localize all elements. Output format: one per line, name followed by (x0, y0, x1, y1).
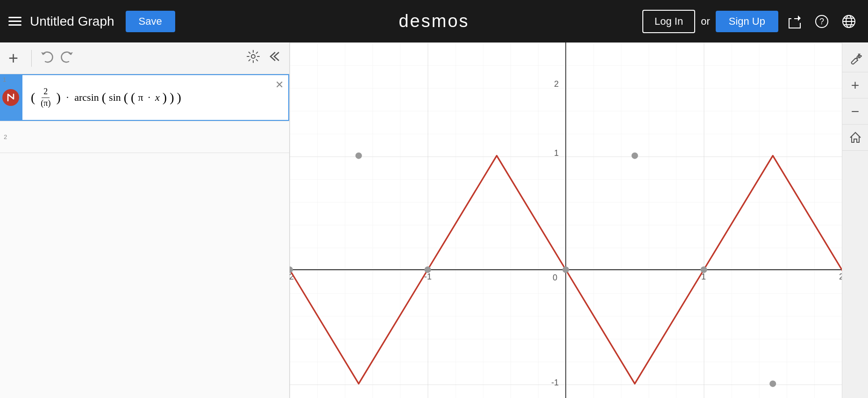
svg-point-8 (5, 91, 17, 104)
graph-svg: 1 2 -1 -2 1 2 -1 0 (290, 42, 842, 398)
svg-point-7 (251, 55, 255, 58)
save-button[interactable]: Save (126, 11, 175, 32)
or-label: or (701, 15, 710, 28)
redo-button[interactable] (59, 50, 74, 66)
svg-text:-1: -1 (551, 378, 559, 387)
login-button[interactable]: Log In (642, 10, 695, 33)
expression-item-1: 1 ( 2 (π) (0, 74, 289, 121)
graph-point (769, 380, 776, 387)
desmos-logo: desmos (398, 11, 469, 31)
expression-number-1: 1 (3, 76, 6, 83)
auth-area: Log In or Sign Up ? (642, 10, 860, 33)
add-expression-button[interactable]: + (8, 50, 18, 67)
undo-redo-group (40, 50, 74, 66)
help-button[interactable]: ? (811, 13, 832, 30)
main-layout: + (0, 42, 868, 398)
expression-formula-1: ( 2 (π) ) · arcsin ( sin ( ( π · (31, 86, 181, 109)
graph-point (701, 266, 707, 273)
home-button[interactable] (842, 125, 868, 151)
undo-button[interactable] (40, 50, 55, 66)
expression-content-1[interactable]: ( 2 (π) ) · arcsin ( sin ( ( π · (21, 74, 289, 121)
signup-button[interactable]: Sign Up (716, 11, 778, 32)
header: Untitled Graph Save desmos Log In or Sig… (0, 0, 868, 42)
expression-close-1[interactable]: ✕ (275, 79, 284, 91)
graph-point (425, 266, 431, 273)
expression-color-icon-1 (2, 89, 19, 106)
expression-toolbar: + (0, 42, 289, 74)
toolbar-divider (31, 50, 32, 67)
globe-button[interactable] (838, 13, 860, 30)
right-toolbar: + − (842, 42, 868, 398)
svg-text:?: ? (819, 17, 824, 26)
graph-point (632, 153, 638, 159)
expression-list: 1 ( 2 (π) (0, 74, 289, 398)
svg-text:0: 0 (553, 273, 557, 282)
graph-area[interactable]: 1 2 -1 -2 1 2 -1 0 (290, 42, 842, 398)
share-button[interactable] (784, 13, 805, 30)
settings-button[interactable] (246, 49, 260, 67)
graph-point (562, 266, 569, 273)
svg-text:1: 1 (554, 148, 559, 158)
collapse-panel-button[interactable] (267, 49, 281, 67)
expression-number-2: 2 (4, 133, 7, 140)
graph-title: Untitled Graph (30, 14, 114, 29)
svg-text:2: 2 (839, 272, 842, 281)
zoom-out-button[interactable]: − (842, 98, 868, 125)
hamburger-menu[interactable] (8, 17, 21, 26)
expression-panel: + (0, 42, 290, 398)
graph-point (356, 153, 362, 159)
svg-text:2: 2 (554, 79, 559, 89)
wrench-button[interactable] (842, 46, 868, 72)
zoom-in-button[interactable]: + (842, 72, 868, 98)
expression-item-2[interactable]: 2 (0, 121, 289, 153)
